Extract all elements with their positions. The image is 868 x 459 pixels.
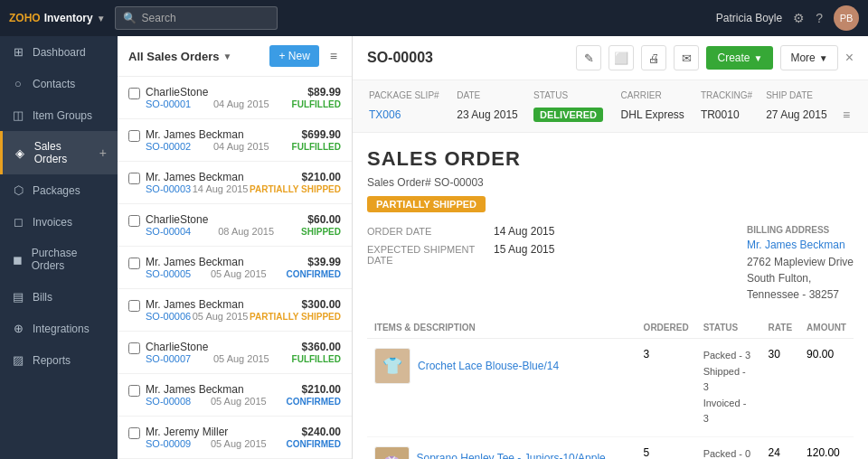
pkg-status-header: STATUS xyxy=(533,88,619,103)
search-box[interactable]: 🔍 xyxy=(115,6,278,30)
sidebar-item-invoices[interactable]: ◻ Invoices xyxy=(0,206,118,238)
order-date: 05 Aug 2015 xyxy=(211,396,267,407)
email-icon[interactable]: ✉ xyxy=(674,45,699,70)
create-button[interactable]: Create ▼ xyxy=(706,46,773,70)
help-icon[interactable]: ? xyxy=(816,11,823,25)
order-amount: $210.00 xyxy=(302,171,341,183)
create-button-label: Create xyxy=(717,52,750,64)
more-button-label: More xyxy=(790,52,815,64)
order-date: 05 Aug 2015 xyxy=(193,311,249,322)
item-thumbnail: 👕 xyxy=(374,348,410,384)
order-customer: Mr. James Beckman xyxy=(146,128,244,141)
sidebar-item-item-groups[interactable]: ◫ Item Groups xyxy=(0,99,118,131)
order-list-item[interactable]: Mr. James Beckman $39.99 SO-00005 05 Aug… xyxy=(118,247,352,289)
order-id: SO-00008 xyxy=(146,396,191,407)
order-list-item[interactable]: Mr. James Beckman $300.00 SO-00006 05 Au… xyxy=(118,289,352,332)
sales-orders-icon: ◈ xyxy=(14,146,27,160)
order-status: CONFIRMED xyxy=(286,269,341,279)
expected-date-value: 15 Aug 2015 xyxy=(494,243,554,256)
sidebar-label-bills: Bills xyxy=(33,291,52,304)
so-dates: ORDER DATE 14 Aug 2015 EXPECTED SHIPMENT… xyxy=(367,225,554,303)
sidebar-item-sales-orders[interactable]: ◈ Sales Orders + xyxy=(0,131,118,174)
pkg-slip-link[interactable]: TX006 xyxy=(369,108,401,121)
billing-address: 2762 Mapleview Drive South Fulton, Tenne… xyxy=(747,254,854,303)
order-status: FULFILLED xyxy=(292,142,341,152)
order-customer: Mr. James Beckman xyxy=(146,298,244,311)
dashboard-icon: ⊞ xyxy=(11,45,25,59)
col-status: STATUS xyxy=(696,317,761,339)
new-order-button-label: + New xyxy=(278,50,309,62)
add-sales-order-icon[interactable]: + xyxy=(99,145,107,160)
col-ordered: ORDERED xyxy=(637,317,696,339)
order-checkbox[interactable] xyxy=(128,342,140,354)
contacts-icon: ○ xyxy=(11,77,25,90)
sidebar-item-contacts[interactable]: ○ Contacts xyxy=(0,68,118,99)
order-checkbox[interactable] xyxy=(128,427,140,439)
order-id: SO-00009 xyxy=(146,438,191,449)
pkg-slip-header: PACKAGE SLIP# xyxy=(369,88,455,103)
create-caret-icon: ▼ xyxy=(754,53,763,63)
order-list-item[interactable]: Mr. James Beckman $210.00 SO-00003 14 Au… xyxy=(118,162,352,204)
order-checkbox[interactable] xyxy=(128,300,140,312)
edit-icon[interactable]: ✎ xyxy=(576,45,601,70)
sidebar-item-bills[interactable]: ▤ Bills xyxy=(0,281,118,313)
pkg-tracking-value: TR0010 xyxy=(701,105,764,125)
detail-body: SALES ORDER Sales Order# SO-00003 PARTIA… xyxy=(353,133,868,459)
search-input[interactable] xyxy=(142,12,269,24)
so-status-badge: PARTIALLY SHIPPED xyxy=(367,196,486,212)
more-button[interactable]: More ▼ xyxy=(780,45,837,70)
sidebar-item-packages[interactable]: ⬡ Packages xyxy=(0,174,118,206)
order-id: SO-00007 xyxy=(146,353,191,364)
expected-date-row: EXPECTED SHIPMENT DATE 15 Aug 2015 xyxy=(367,243,554,266)
item-status-line: Invoiced - 3 xyxy=(703,396,754,427)
settings-icon[interactable]: ⚙ xyxy=(793,11,805,25)
print-icon[interactable]: 🖨 xyxy=(641,45,666,70)
order-list-item[interactable]: CharlieStone $60.00 SO-00004 08 Aug 2015… xyxy=(118,204,352,247)
order-status: PARTIALLY SHIPPED xyxy=(250,184,341,194)
close-button[interactable]: × xyxy=(845,50,854,66)
order-checkbox[interactable] xyxy=(128,173,140,184)
orders-title-caret[interactable]: ▼ xyxy=(222,52,231,61)
pkg-carrier-header: CARRIER xyxy=(621,88,699,103)
new-order-button[interactable]: + New xyxy=(269,45,318,67)
sidebar-label-integrations: Integrations xyxy=(33,323,90,335)
orders-menu-icon[interactable]: ≡ xyxy=(326,45,341,67)
item-rate: 24 xyxy=(761,436,799,459)
order-amount: $300.00 xyxy=(302,298,341,311)
order-checkbox[interactable] xyxy=(128,385,140,397)
order-id: SO-00003 xyxy=(146,183,191,194)
table-row: 👕 Crochet Lace Blouse-Blue/14 3 Packed -… xyxy=(367,339,854,437)
order-checkbox[interactable] xyxy=(128,88,140,99)
order-amount: $210.00 xyxy=(302,383,341,396)
order-status: SHIPPED xyxy=(301,227,341,237)
item-name-link[interactable]: Soprano Henley Tee - Juniors-10/Apple Bu… xyxy=(417,452,629,459)
order-list-item[interactable]: Mr. Jeremy Miller $240.00 SO-00009 05 Au… xyxy=(118,417,352,459)
sidebar-item-purchase-orders[interactable]: ◼ Purchase Orders xyxy=(0,238,118,281)
order-list-item[interactable]: Mr. James Beckman $699.90 SO-00002 04 Au… xyxy=(118,119,352,162)
order-amount: $240.00 xyxy=(302,426,341,438)
item-name-link[interactable]: Crochet Lace Blouse-Blue/14 xyxy=(418,360,559,372)
order-list-item[interactable]: Mr. James Beckman $210.00 SO-00008 05 Au… xyxy=(118,374,352,417)
orders-panel-title: All Sales Orders ▼ xyxy=(128,50,231,63)
sidebar-item-dashboard[interactable]: ⊞ Dashboard xyxy=(0,36,118,68)
order-customer: Mr. James Beckman xyxy=(146,256,244,268)
order-list-item[interactable]: CharlieStone $89.99 SO-00001 04 Aug 2015… xyxy=(118,77,352,119)
order-checkbox[interactable] xyxy=(128,130,140,142)
reports-icon: ▨ xyxy=(11,353,25,367)
order-id: SO-00002 xyxy=(146,141,191,152)
col-rate: RATE xyxy=(761,317,799,339)
order-checkbox[interactable] xyxy=(128,258,140,269)
purchase-orders-icon: ◼ xyxy=(11,253,24,267)
sidebar-item-integrations[interactable]: ⊕ Integrations xyxy=(0,313,118,344)
pkg-menu-icon[interactable]: ≡ xyxy=(843,108,850,122)
pdf-icon[interactable]: ⬜ xyxy=(609,45,634,70)
item-thumbnail: 👚 xyxy=(374,446,410,459)
order-list-item[interactable]: CharlieStone $360.00 SO-00007 05 Aug 201… xyxy=(118,332,352,374)
detail-actions: ✎ ⬜ 🖨 ✉ Create ▼ More ▼ × xyxy=(576,45,854,70)
so-info-billing: ORDER DATE 14 Aug 2015 EXPECTED SHIPMENT… xyxy=(367,225,854,303)
order-date: 04 Aug 2015 xyxy=(213,98,269,109)
sidebar-item-reports[interactable]: ▨ Reports xyxy=(0,344,118,376)
invoices-icon: ◻ xyxy=(11,215,25,229)
item-status-line: Packed - 0 xyxy=(703,446,754,459)
order-checkbox[interactable] xyxy=(128,215,140,227)
